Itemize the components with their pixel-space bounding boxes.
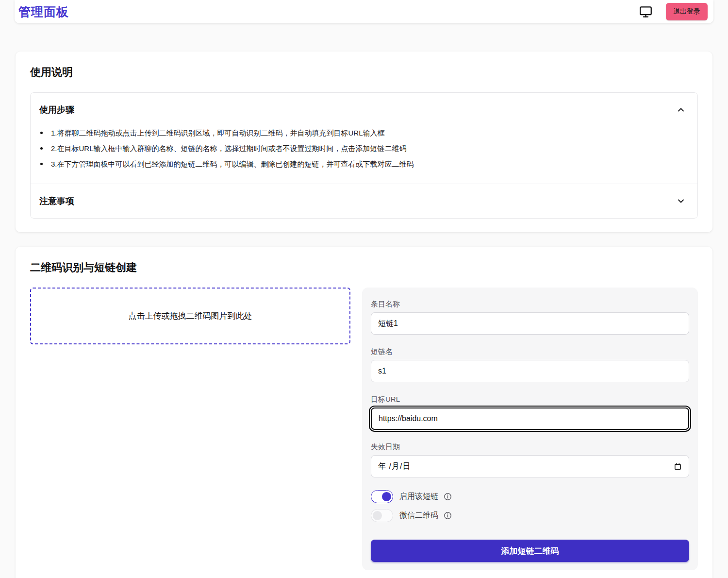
monitor-icon[interactable] xyxy=(639,5,652,18)
page-title: 管理面板 xyxy=(18,4,69,20)
enable-shortlink-toggle[interactable] xyxy=(371,490,393,503)
target-url-label: 目标URL xyxy=(371,395,689,404)
field-target-url: 目标URL xyxy=(371,395,689,430)
target-url-input[interactable] xyxy=(371,408,689,430)
entry-name-label: 条目名称 xyxy=(371,300,689,309)
add-shortlink-button[interactable]: 添加短链二维码 xyxy=(371,540,689,562)
steps-list: 1.将群聊二维码拖动或点击上传到二维码识别区域，即可自动识别二维码，并自动填充到… xyxy=(31,128,686,169)
creator-grid: 点击上传或拖拽二维码图片到此处 条目名称 短链名 目标URL 失效日期 年 /月… xyxy=(30,288,698,570)
header-bar: 管理面板 退出登录 xyxy=(15,0,713,23)
step-item: 3.在下方管理面板中可以看到已经添加的短链二维码，可以编辑、删除已创建的短链，并… xyxy=(31,159,686,170)
logout-button[interactable]: 退出登录 xyxy=(666,3,708,20)
instructions-accordion: 使用步骤 1.将群聊二维码拖动或点击上传到二维码识别区域，即可自动识别二维码，并… xyxy=(30,92,698,219)
chevron-up-icon xyxy=(676,105,686,115)
enable-shortlink-row: 启用该短链 xyxy=(371,490,689,503)
expiry-date-label: 失效日期 xyxy=(371,442,689,452)
field-expiry-date: 失效日期 年 /月/日 xyxy=(371,442,689,477)
qr-upload-dropzone[interactable]: 点击上传或拖拽二维码图片到此处 xyxy=(30,288,350,344)
instructions-title: 使用说明 xyxy=(30,65,698,80)
accordion-title-notes: 注意事项 xyxy=(39,195,74,207)
wechat-qr-label: 微信二维码 xyxy=(399,510,438,521)
date-placeholder-text: 年 /月/日 xyxy=(378,461,411,472)
instructions-card: 使用说明 使用步骤 1.将群聊二维码拖动或点击上传到二维码识别区域，即可自动识别… xyxy=(16,51,712,232)
accordion-item-steps: 使用步骤 1.将群聊二维码拖动或点击上传到二维码识别区域，即可自动识别二维码，并… xyxy=(31,93,697,184)
toggle-knob xyxy=(373,511,382,520)
step-item: 2.在目标URL输入框中输入群聊的名称、短链的名称，选择过期时间或者不设置过期时… xyxy=(31,143,686,154)
creator-card: 二维码识别与短链创建 点击上传或拖拽二维码图片到此处 条目名称 短链名 目标UR… xyxy=(16,247,712,578)
accordion-title-steps: 使用步骤 xyxy=(39,104,74,116)
short-name-label: 短链名 xyxy=(371,347,689,357)
entry-name-input[interactable] xyxy=(371,312,689,335)
expiry-date-input[interactable]: 年 /月/日 xyxy=(371,455,689,477)
info-icon[interactable] xyxy=(444,493,452,501)
field-entry-name: 条目名称 xyxy=(371,300,689,335)
shortlink-form: 条目名称 短链名 目标URL 失效日期 年 /月/日 xyxy=(362,288,698,570)
creator-title: 二维码识别与短链创建 xyxy=(30,260,698,275)
accordion-header-notes[interactable]: 注意事项 xyxy=(31,184,697,218)
accordion-header-steps[interactable]: 使用步骤 xyxy=(31,93,697,127)
info-icon[interactable] xyxy=(444,511,452,520)
toggle-knob xyxy=(382,492,391,501)
accordion-item-notes: 注意事项 xyxy=(31,184,697,218)
enable-shortlink-label: 启用该短链 xyxy=(399,492,438,502)
step-item: 1.将群聊二维码拖动或点击上传到二维码识别区域，即可自动识别二维码，并自动填充到… xyxy=(31,128,686,138)
steps-list-container: 1.将群聊二维码拖动或点击上传到二维码识别区域，即可自动识别二维码，并自动填充到… xyxy=(31,127,697,184)
short-name-input[interactable] xyxy=(371,360,689,382)
field-short-name: 短链名 xyxy=(371,347,689,382)
header-actions: 退出登录 xyxy=(639,3,708,20)
calendar-icon[interactable] xyxy=(674,462,682,471)
wechat-qr-toggle[interactable] xyxy=(371,509,393,522)
wechat-qr-row: 微信二维码 xyxy=(371,509,689,522)
upload-hint-text: 点击上传或拖拽二维码图片到此处 xyxy=(129,310,252,322)
chevron-down-icon xyxy=(676,196,686,206)
